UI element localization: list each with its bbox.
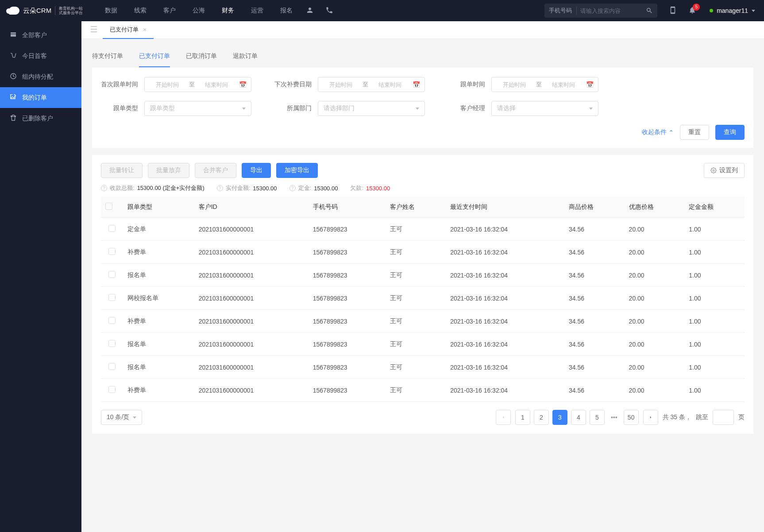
page-last-button[interactable]: 50 (624, 410, 639, 425)
select-all-checkbox[interactable] (105, 203, 112, 210)
page-size-select[interactable]: 10 条/页 (101, 410, 142, 425)
info-icon: ? (217, 185, 223, 191)
sidebar-icon (10, 114, 17, 123)
filter-panel: 首次跟单时间 至 📅 下次补费日期 (92, 67, 753, 148)
next-fee-end[interactable] (372, 81, 408, 88)
table-row[interactable]: 报名单20210316000000011567899823王可2021-03-1… (101, 356, 745, 379)
dept-label: 所属部门 (274, 104, 312, 112)
table-row[interactable]: 补费单20210316000000011567899823王可2021-03-1… (101, 310, 745, 333)
table-row[interactable]: 报名单20210316000000011567899823王可2021-03-1… (101, 333, 745, 356)
column-settings-button[interactable]: 设置列 (704, 163, 745, 178)
row-checkbox[interactable] (108, 317, 116, 324)
cell: 34.56 (564, 287, 625, 310)
query-button[interactable]: 查询 (715, 125, 745, 140)
page-jump-input[interactable] (713, 410, 734, 425)
row-checkbox[interactable] (108, 271, 116, 278)
table-row[interactable]: 网校报名单20210316000000011567899823王可2021-03… (101, 287, 745, 310)
user-menu[interactable]: manager11 (710, 7, 755, 14)
summary-owed: 欠款: 15300.00 (350, 184, 390, 192)
first-follow-start[interactable] (149, 81, 185, 88)
sub-tab-3[interactable]: 退款订单 (233, 46, 258, 67)
table-row[interactable]: 报名单20210316000000011567899823王可2021-03-1… (101, 264, 745, 287)
mobile-icon[interactable] (669, 6, 677, 15)
nav-item-0[interactable]: 数据 (105, 7, 117, 15)
follow-type-select[interactable]: 跟单类型 (144, 101, 251, 116)
tab-paid-orders[interactable]: 已支付订单 × (103, 21, 154, 39)
sub-tab-1[interactable]: 已支付订单 (139, 46, 170, 67)
search-input[interactable] (580, 8, 642, 14)
bulk-transfer-button[interactable]: 批量转让 (101, 163, 143, 178)
reset-button[interactable]: 重置 (680, 125, 709, 140)
sidebar-item-2[interactable]: 组内待分配 (0, 66, 81, 87)
cell: 20.00 (625, 310, 685, 333)
page-number-3[interactable]: 3 (552, 410, 567, 425)
row-checkbox[interactable] (108, 248, 116, 255)
next-page-button[interactable] (643, 410, 658, 425)
notification-bell[interactable]: 5 (688, 6, 696, 15)
table-row[interactable]: 补费单20210316000000011567899823王可2021-03-1… (101, 241, 745, 264)
nav-item-1[interactable]: 线索 (134, 7, 147, 15)
export-button[interactable]: 导出 (242, 163, 271, 178)
sidebar-item-3[interactable]: 我的订单 (0, 87, 81, 108)
merge-customer-button[interactable]: 合并客户 (195, 163, 236, 178)
row-checkbox[interactable] (108, 363, 116, 370)
next-fee-start[interactable] (323, 81, 359, 88)
dept-select[interactable]: 请选择部门 (318, 101, 425, 116)
nav-item-3[interactable]: 公海 (193, 7, 205, 15)
follow-time-range[interactable]: 至 📅 (491, 77, 598, 92)
cell: 2021-03-16 16:32:04 (446, 356, 564, 379)
sidebar-item-4[interactable]: 已删除客户 (0, 108, 81, 129)
nav-item-6[interactable]: 报名 (280, 7, 293, 15)
brand-logo[interactable]: 云朵CRM 教育机构一站 式服务云平台 (9, 6, 83, 15)
sidebar-toggle-icon[interactable] (85, 26, 103, 34)
close-icon[interactable]: × (143, 26, 147, 33)
follow-time-end[interactable] (545, 81, 582, 88)
column-header: 跟单类型 (123, 197, 194, 218)
manager-select[interactable]: 请选择 (491, 101, 598, 116)
nav-item-2[interactable]: 客户 (163, 7, 176, 15)
column-header: 最近支付时间 (446, 197, 564, 218)
nav-item-4[interactable]: 财务 (222, 7, 234, 15)
page-ellipsis: ••• (609, 414, 619, 421)
phone-icon[interactable] (325, 6, 333, 15)
cell: 2021031600000001 (194, 241, 309, 264)
table-row[interactable]: 定金单20210316000000011567899823王可2021-03-1… (101, 218, 745, 241)
sidebar-item-label: 已删除客户 (22, 115, 53, 123)
table-row[interactable]: 补费单20210316000000011567899823王可2021-03-1… (101, 379, 745, 402)
page-number-2[interactable]: 2 (534, 410, 549, 425)
sidebar-item-1[interactable]: 今日首客 (0, 46, 81, 66)
sub-tab-2[interactable]: 已取消订单 (186, 46, 217, 67)
row-checkbox[interactable] (108, 294, 116, 301)
next-fee-range[interactable]: 至 📅 (318, 77, 425, 92)
user-icon[interactable] (306, 6, 314, 15)
sub-tab-0[interactable]: 待支付订单 (92, 46, 123, 67)
cell: 20.00 (625, 356, 685, 379)
collapse-filters-link[interactable]: 收起条件 ⌄ (642, 128, 674, 136)
page-number-1[interactable]: 1 (515, 410, 530, 425)
cell: 1.00 (684, 218, 745, 241)
prev-page-button[interactable] (496, 410, 511, 425)
manager-label: 客户经理 (448, 104, 485, 112)
row-checkbox[interactable] (108, 225, 116, 232)
top-navbar: 云朵CRM 教育机构一站 式服务云平台 数据线索客户公海财务运营报名 手机号码 … (0, 0, 764, 21)
first-follow-range[interactable]: 至 📅 (144, 77, 251, 92)
bulk-abandon-button[interactable]: 批量放弃 (148, 163, 189, 178)
search-type-select[interactable]: 手机号码 (549, 7, 577, 15)
first-follow-end[interactable] (198, 81, 235, 88)
cell: 34.56 (564, 379, 625, 402)
search-icon[interactable] (646, 7, 653, 14)
row-checkbox[interactable] (108, 386, 116, 393)
follow-time-start[interactable] (496, 81, 532, 88)
cell: 20.00 (625, 218, 685, 241)
encrypt-export-button[interactable]: 加密导出 (276, 163, 318, 178)
cell: 1.00 (684, 310, 745, 333)
row-checkbox[interactable] (108, 340, 116, 347)
cell: 2021-03-16 16:32:04 (446, 310, 564, 333)
global-search[interactable]: 手机号码 (544, 4, 657, 18)
sidebar-item-0[interactable]: 全部客户 (0, 25, 81, 46)
nav-item-5[interactable]: 运营 (251, 7, 263, 15)
page-number-4[interactable]: 4 (571, 410, 586, 425)
page-number-5[interactable]: 5 (590, 410, 605, 425)
cell: 王可 (386, 379, 446, 402)
sidebar-item-label: 组内待分配 (22, 73, 53, 81)
